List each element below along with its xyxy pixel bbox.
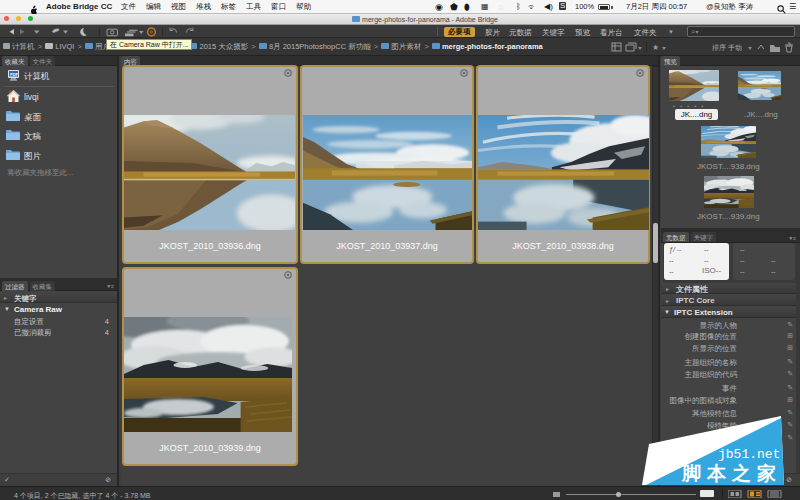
svg-text:排序 手动: 排序 手动 xyxy=(712,44,742,51)
svg-text:脚本之家: 脚本之家 xyxy=(681,463,782,484)
svg-text:PDF: PDF xyxy=(10,72,19,77)
svg-text:jb51.net: jb51.net xyxy=(718,447,780,462)
svg-text:★: ★ xyxy=(652,43,659,52)
